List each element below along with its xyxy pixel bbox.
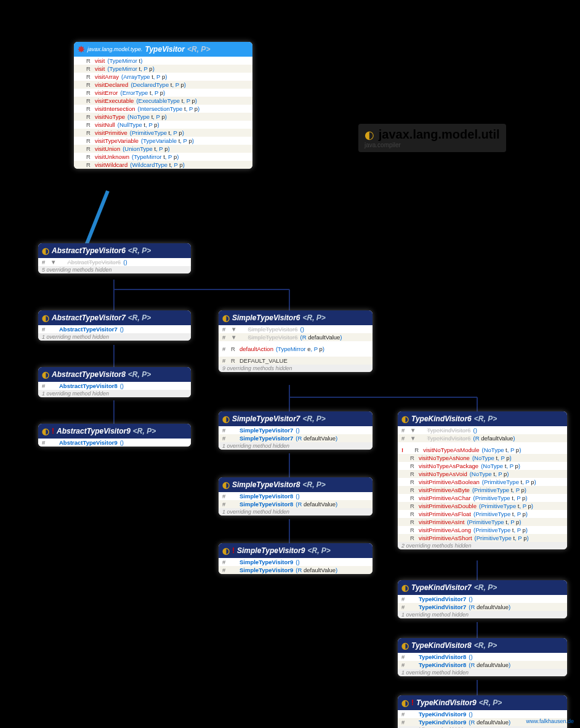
node-header: ◐ AbstractTypeVisitor6<R, P>: [38, 243, 191, 258]
method-list: #AbstractTypeVisitor8(): [38, 382, 191, 390]
method-row: RvisitPrimitiveAsBoolean(PrimitiveType t…: [398, 478, 567, 486]
class-icon: ◐: [401, 641, 409, 650]
class-simpletypevisitor6[interactable]: ◐ SimpleTypeVisitor6<R, P> #▼SimpleTypeV…: [219, 310, 373, 372]
constructor-list: #▼TypeKindVisitor6()#▼TypeKindVisitor6(R…: [398, 426, 567, 442]
method-row: #SimpleTypeVisitor9(): [219, 558, 373, 566]
method-row: #AbstractTypeVisitor8(): [38, 382, 191, 390]
method-list: #SimpleTypeVisitor9()#SimpleTypeVisitor9…: [219, 558, 373, 574]
node-header: ◐ TypeKindVisitor8<R, P>: [398, 638, 567, 653]
hidden-note: 5 overriding methods hidden: [38, 266, 191, 273]
class-icon: ◐: [42, 313, 49, 323]
node-header: ✸ javax.lang.model.type.TypeVisitor<R, P…: [74, 42, 252, 57]
hidden-note: 1 overriding method hidden: [219, 442, 373, 450]
method-row: #▼SimpleTypeVisitor6(): [219, 325, 373, 333]
interface-typevisitor[interactable]: ✸ javax.lang.model.type.TypeVisitor<R, P…: [74, 42, 252, 169]
class-simpletypevisitor9[interactable]: ◐ ! SimpleTypeVisitor9<R, P> #SimpleType…: [219, 543, 373, 574]
method-row: #▼AbstractTypeVisitor6(): [38, 258, 191, 266]
hidden-note: 1 overriding method hidden: [38, 390, 191, 397]
method-row: RvisitIntersection(IntersectionType t, P…: [74, 105, 252, 113]
class-abstracttypevisitor9[interactable]: ◐ ! AbstractTypeVisitor9<R, P> #Abstract…: [38, 424, 191, 447]
method-list: #AbstractTypeVisitor7(): [38, 325, 191, 333]
method-row: #SimpleTypeVisitor8(): [219, 492, 373, 500]
package-name: javax.lang.model.util: [379, 127, 500, 141]
method-list: #▼AbstractTypeVisitor6(): [38, 258, 191, 266]
method-row: RvisitDeclared(DeclaredType t, P p): [74, 81, 252, 89]
hidden-note: 1 overriding method hidden: [398, 611, 567, 618]
method-row: !RvisitNoTypeAsModule(NoType t, P p): [398, 446, 567, 454]
node-header: ◐ TypeKindVisitor6<R, P>: [398, 411, 567, 426]
node-header: ◐ ! TypeKindVisitor9<R, P>: [398, 695, 567, 710]
method-row: RvisitPrimitive(PrimitiveType t, P p): [74, 129, 252, 137]
method-row: Rvisit(TypeMirror t, P p): [74, 65, 252, 73]
method-row: RvisitWildcard(WildcardType t, P p): [74, 161, 252, 169]
interface-icon: ✸: [78, 44, 85, 54]
method-row: #▼TypeKindVisitor6(): [398, 426, 567, 434]
hidden-note: 1 overriding method hidden: [219, 508, 373, 516]
method-list: #TypeKindVisitor8()#TypeKindVisitor8(R d…: [398, 653, 567, 669]
node-header: ◐ SimpleTypeVisitor8<R, P>: [219, 477, 373, 492]
method-list: !RvisitNoTypeAsModule(NoType t, P p)Rvis…: [398, 446, 567, 542]
method-row: RvisitPrimitiveAsChar(PrimitiveType t, P…: [398, 494, 567, 502]
method-row: RvisitError(ErrorType t, P p): [74, 89, 252, 97]
method-row: RvisitPrimitiveAsByte(PrimitiveType t, P…: [398, 486, 567, 494]
method-row: #TypeKindVisitor7(R defaultValue): [398, 603, 567, 611]
node-header: ◐ SimpleTypeVisitor6<R, P>: [219, 310, 373, 325]
method-row: #RdefaultAction(TypeMirror e, P p): [219, 345, 373, 353]
method-row: #▼SimpleTypeVisitor6(R defaultValue): [219, 333, 373, 341]
class-simpletypevisitor8[interactable]: ◐ SimpleTypeVisitor8<R, P> #SimpleTypeVi…: [219, 477, 373, 516]
svg-line-0: [86, 191, 108, 245]
method-list: Rvisit(TypeMirror t)Rvisit(TypeMirror t,…: [74, 57, 252, 169]
class-icon: ◐: [401, 583, 409, 593]
field-row: # R DEFAULT_VALUE: [219, 357, 373, 365]
hidden-note: 9 overriding methods hidden: [219, 365, 373, 372]
deprecated-marker: !: [411, 698, 414, 707]
class-abstracttypevisitor7[interactable]: ◐ AbstractTypeVisitor7<R, P> #AbstractTy…: [38, 310, 191, 341]
method-row: #SimpleTypeVisitor9(R defaultValue): [219, 566, 373, 574]
method-row: RvisitUnknown(TypeMirror t, P p): [74, 153, 252, 161]
node-header: ◐ AbstractTypeVisitor7<R, P>: [38, 310, 191, 325]
credit-link[interactable]: www.falkhausen.de: [526, 718, 574, 724]
deprecated-marker: !: [232, 546, 235, 555]
class-icon: ◐: [222, 546, 230, 556]
method-row: #TypeKindVisitor8(R defaultValue): [398, 661, 567, 669]
method-list: #SimpleTypeVisitor8()#SimpleTypeVisitor8…: [219, 492, 373, 508]
method-row: RvisitPrimitiveAsInt(PrimitiveType t, P …: [398, 518, 567, 526]
class-typekindvisitor7[interactable]: ◐ TypeKindVisitor7<R, P> #TypeKindVisito…: [398, 580, 567, 618]
method-row: RvisitNull(NullType t, P p): [74, 121, 252, 129]
node-header: ◐ ! SimpleTypeVisitor9<R, P>: [219, 543, 373, 558]
class-typekindvisitor6[interactable]: ◐ TypeKindVisitor6<R, P> #▼TypeKindVisit…: [398, 411, 567, 549]
class-simpletypevisitor7[interactable]: ◐ SimpleTypeVisitor7<R, P> #SimpleTypeVi…: [219, 411, 373, 450]
method-row: RvisitNoTypeAsVoid(NoType t, P p): [398, 470, 567, 478]
method-row: #TypeKindVisitor8(): [398, 653, 567, 661]
method-row: #SimpleTypeVisitor7(R defaultValue): [219, 434, 373, 442]
method-row: #▼TypeKindVisitor6(R defaultValue): [398, 434, 567, 442]
method-row: RvisitPrimitiveAsDouble(PrimitiveType t,…: [398, 502, 567, 510]
method-row: RvisitArray(ArrayType t, P p): [74, 73, 252, 81]
module-name: java.compiler: [365, 142, 500, 148]
constructor-list: #▼SimpleTypeVisitor6()#▼SimpleTypeVisito…: [219, 325, 373, 341]
class-abstracttypevisitor6[interactable]: ◐ AbstractTypeVisitor6<R, P> #▼AbstractT…: [38, 243, 191, 273]
method-row: RvisitTypeVariable(TypeVariable t, P p): [74, 137, 252, 145]
method-list: #TypeKindVisitor7()#TypeKindVisitor7(R d…: [398, 595, 567, 611]
method-row: RvisitPrimitiveAsShort(PrimitiveType t, …: [398, 534, 567, 542]
method-row: RvisitNoType(NoType t, P p): [74, 113, 252, 121]
class-icon: ◐: [42, 426, 49, 436]
hidden-note: 2 overriding methods hidden: [398, 542, 567, 549]
node-header: ◐ TypeKindVisitor7<R, P>: [398, 580, 567, 595]
node-header: ◐ ! AbstractTypeVisitor9<R, P>: [38, 424, 191, 439]
method-row: RvisitUnion(UnionType t, P p): [74, 145, 252, 153]
class-icon: ◐: [42, 370, 49, 379]
hidden-note: 1 overriding method hidden: [398, 669, 567, 676]
class-icon: ◐: [42, 246, 49, 256]
class-icon: ◐: [222, 313, 230, 323]
method-list: #SimpleTypeVisitor7()#SimpleTypeVisitor7…: [219, 426, 373, 442]
class-icon: ◐: [222, 414, 230, 424]
class-icon: ◐: [222, 480, 230, 490]
class-icon: ◐: [401, 698, 409, 708]
class-icon: ◐: [401, 414, 409, 424]
method-row: Rvisit(TypeMirror t): [74, 57, 252, 65]
class-abstracttypevisitor8[interactable]: ◐ AbstractTypeVisitor8<R, P> #AbstractTy…: [38, 367, 191, 397]
class-typekindvisitor8[interactable]: ◐ TypeKindVisitor8<R, P> #TypeKindVisito…: [398, 638, 567, 676]
package-title: ◐ javax.lang.model.util java.compiler: [358, 124, 506, 152]
node-header: ◐ SimpleTypeVisitor7<R, P>: [219, 411, 373, 426]
